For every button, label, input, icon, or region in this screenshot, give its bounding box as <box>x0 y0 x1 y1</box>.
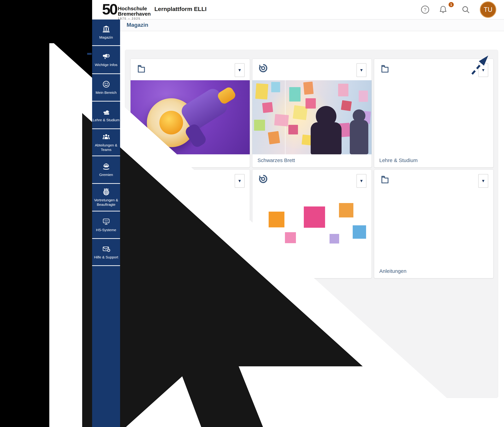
monitor-icon <box>102 218 110 226</box>
sidebar-item-magazin[interactable]: Magazin <box>92 19 120 46</box>
books-icon <box>102 108 110 116</box>
logo-line1: Hochschule <box>118 6 151 11</box>
people-icon <box>102 133 110 141</box>
sidebar-item-mein-bereich[interactable]: Mein Bereich <box>92 74 120 101</box>
avatar[interactable]: TU <box>480 1 496 18</box>
logo-line2: Bremerhaven <box>118 11 151 16</box>
breadcrumb-bar <box>120 19 504 31</box>
sidebar-item-label: Vertretungen & Beauftragte <box>94 198 118 207</box>
footer-powered-by: powered by ILIAS (v9.8 2025-04-01) <box>41 0 85 3</box>
header-bar: 50 Hochschule Bremerhaven 1975 – 2025 Le… <box>92 0 504 20</box>
smiley-icon <box>102 80 110 89</box>
mail-question-icon: ? <box>102 245 110 253</box>
footer-separator: · <box>85 0 86 3</box>
mouse-cursor <box>0 43 504 427</box>
sidebar-item-label: Hilfe & Support <box>94 255 118 259</box>
sidebar-item-label: Mein Bereich <box>96 90 117 95</box>
logo-50: 50 <box>102 1 117 17</box>
bell-icon[interactable] <box>439 5 448 14</box>
sidebar-item-label: Magazin <box>99 35 113 40</box>
sidebar-item-hilfe-support[interactable]: ? Hilfe & Support <box>92 239 120 266</box>
page-title: Lernplattform ELLI <box>154 0 207 18</box>
sidebar-item-lehre-studium[interactable]: Lehre & Studium <box>92 101 120 129</box>
sidebar-item-label: HS-Systeme <box>96 228 116 232</box>
svg-text:?: ? <box>424 7 426 12</box>
megaphone-icon <box>102 53 110 61</box>
breadcrumb[interactable]: Magazin <box>127 19 148 30</box>
footer-link-clipboard[interactable]: Link in Zwischenablage kopieren <box>0 0 40 3</box>
committee-icon <box>102 162 110 171</box>
sidebar-item-wichtige-infos[interactable]: Wichtige Infos <box>92 46 120 74</box>
sidebar-item-label: Abteilungen & Teams <box>95 143 117 152</box>
help-icon[interactable]: ? <box>421 5 430 14</box>
logo-years: 1975 – 2025 <box>118 17 151 20</box>
globe-people-icon <box>102 188 110 196</box>
sidebar-item-vertretungen[interactable]: Vertretungen & Beauftragte <box>92 184 120 211</box>
university-logo[interactable]: 50 Hochschule Bremerhaven 1975 – 2025 <box>102 1 151 20</box>
sidebar-item-label: Gremien <box>99 173 113 177</box>
svg-text:?: ? <box>108 249 109 252</box>
sidebar-item-abteilungen-teams[interactable]: Abteilungen & Teams <box>92 129 120 156</box>
sidebar-item-hs-systeme[interactable]: HS-Systeme <box>92 211 120 239</box>
sidebar-item-gremien[interactable]: Gremien <box>92 156 120 184</box>
sidebar: Magazin Wichtige Infos Mein Bereich Lehr… <box>92 19 120 427</box>
sidebar-item-label: Lehre & Studium <box>93 118 119 122</box>
notification-badge: 1 <box>449 2 454 7</box>
sidebar-item-label: Wichtige Infos <box>95 63 117 67</box>
search-icon[interactable] <box>461 5 470 14</box>
bank-icon <box>102 25 110 34</box>
